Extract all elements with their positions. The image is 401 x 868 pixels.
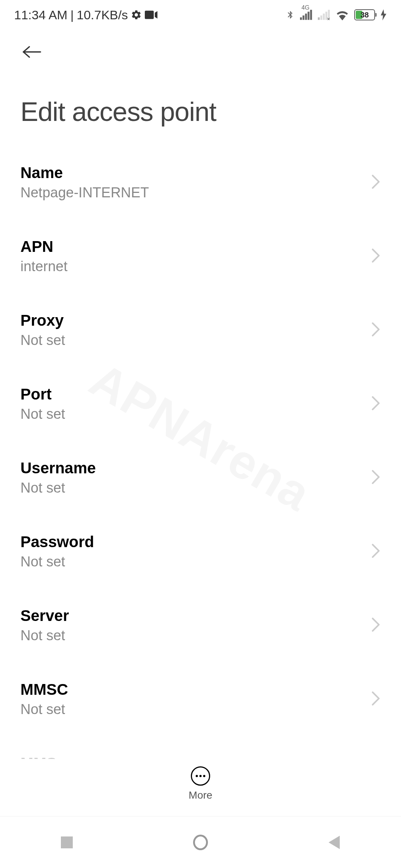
svg-text:×: × [327,16,330,20]
chevron-right-icon [371,396,381,412]
page-title: Edit access point [0,70,401,145]
setting-value: Not set [20,628,69,644]
setting-label: MMSC [20,681,68,698]
app-header [0,30,401,70]
setting-value: Not set [20,406,65,422]
more-icon [191,766,210,786]
svg-rect-8 [323,14,325,20]
setting-value: Not set [20,554,94,570]
chevron-right-icon [371,617,381,634]
settings-list: Name Netpage-INTERNET APN internet Proxy… [0,145,401,810]
chevron-right-icon [371,322,381,338]
setting-item-name[interactable]: Name Netpage-INTERNET [20,145,381,219]
bottom-action-bar: More [0,759,401,809]
setting-value: Not set [20,332,65,348]
chevron-right-icon [371,691,381,707]
setting-value: internet [20,259,68,274]
svg-rect-6 [318,17,320,20]
navigation-bar [0,816,401,868]
more-button[interactable]: More [189,766,212,801]
back-button[interactable] [20,41,43,63]
bluetooth-icon [286,9,295,21]
battery-icon: 38 [354,9,375,20]
setting-item-port[interactable]: Port Not set [20,367,381,441]
setting-item-apn[interactable]: APN internet [20,219,381,293]
svg-rect-0 [145,11,154,19]
setting-value: Not set [20,480,96,496]
setting-item-proxy[interactable]: Proxy Not set [20,293,381,367]
chevron-right-icon [371,470,381,486]
status-right: 4G × 38 [286,9,387,21]
wifi-icon [336,9,349,20]
square-icon [61,836,73,848]
triangle-icon [329,836,340,849]
svg-rect-7 [320,16,322,20]
svg-rect-5 [310,10,312,20]
signal-4g-icon: 4G [300,10,313,20]
setting-item-server[interactable]: Server Not set [20,588,381,662]
setting-label: Server [20,607,69,625]
camera-icon [145,10,157,19]
chevron-right-icon [371,543,381,560]
setting-label: Username [20,459,96,477]
setting-label: Name [20,164,149,182]
setting-label: APN [20,238,68,256]
setting-value: Not set [20,701,68,717]
setting-label: Password [20,533,94,551]
status-data-rate: 10.7KB/s [77,8,128,22]
setting-label: Port [20,385,65,403]
signal-weak-icon: × [318,10,330,20]
setting-value: Netpage-INTERNET [20,185,149,201]
svg-rect-3 [305,14,307,20]
nav-home-button[interactable] [193,835,208,850]
setting-item-mmsc[interactable]: MMSC Not set [20,662,381,736]
status-separator: | [71,8,74,22]
more-label: More [189,789,212,801]
nav-back-button[interactable] [327,835,342,850]
setting-item-username[interactable]: Username Not set [20,441,381,514]
nav-recent-button[interactable] [59,835,74,850]
charging-icon [380,9,387,20]
circle-icon [193,835,208,850]
status-bar: 11:34 AM | 10.7KB/s 4G × 38 [0,0,401,30]
svg-rect-2 [303,16,304,20]
gear-icon [131,9,142,20]
chevron-right-icon [371,248,381,264]
setting-item-password[interactable]: Password Not set [20,514,381,588]
svg-rect-1 [300,17,302,20]
chevron-right-icon [371,174,381,191]
svg-rect-4 [307,12,309,20]
status-time: 11:34 AM [14,8,68,22]
setting-label: Proxy [20,312,65,329]
status-left: 11:34 AM | 10.7KB/s [14,8,157,22]
